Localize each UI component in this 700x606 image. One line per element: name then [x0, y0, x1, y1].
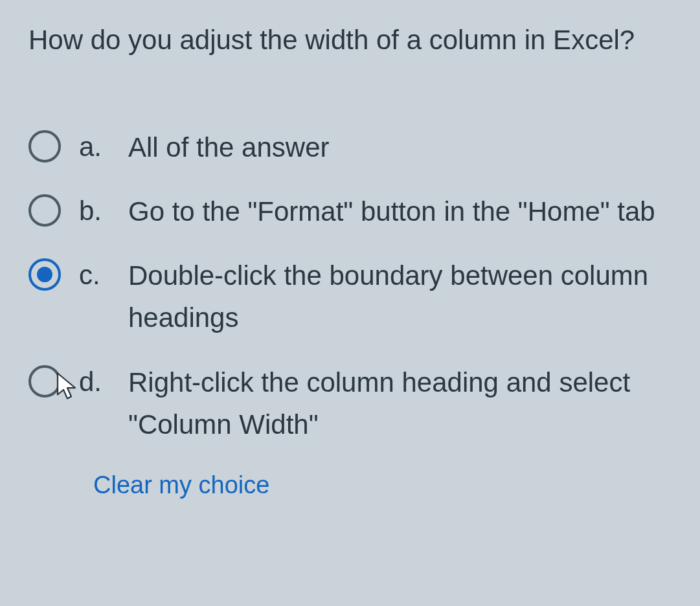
- radio-d[interactable]: [28, 365, 61, 398]
- radio-c[interactable]: [28, 258, 61, 291]
- question-text: How do you adjust the width of a column …: [28, 18, 684, 62]
- option-c[interactable]: c. Double-click the boundary between col…: [28, 254, 684, 339]
- option-body-d: d. Right-click the column heading and se…: [79, 361, 684, 445]
- option-text-d: Right-click the column heading and selec…: [128, 361, 684, 445]
- option-letter-d: d.: [79, 361, 109, 402]
- option-b[interactable]: b. Go to the "Format" button in the "Hom…: [28, 190, 684, 232]
- option-a[interactable]: a. All of the answer: [28, 126, 684, 168]
- option-letter-c: c.: [79, 254, 109, 295]
- option-d[interactable]: d. Right-click the column heading and se…: [28, 361, 684, 445]
- options-list: a. All of the answer b. Go to the "Forma…: [28, 126, 684, 445]
- option-letter-b: b.: [79, 190, 109, 231]
- option-letter-a: a.: [79, 126, 109, 167]
- radio-a[interactable]: [28, 130, 61, 163]
- option-body-a: a. All of the answer: [79, 126, 684, 168]
- option-text-a: All of the answer: [128, 126, 684, 168]
- clear-my-choice-link[interactable]: Clear my choice: [93, 471, 269, 499]
- option-body-c: c. Double-click the boundary between col…: [79, 254, 684, 339]
- radio-b[interactable]: [28, 194, 61, 227]
- option-text-c: Double-click the boundary between column…: [128, 254, 684, 339]
- option-text-b: Go to the "Format" button in the "Home" …: [128, 190, 684, 232]
- option-body-b: b. Go to the "Format" button in the "Hom…: [79, 190, 684, 232]
